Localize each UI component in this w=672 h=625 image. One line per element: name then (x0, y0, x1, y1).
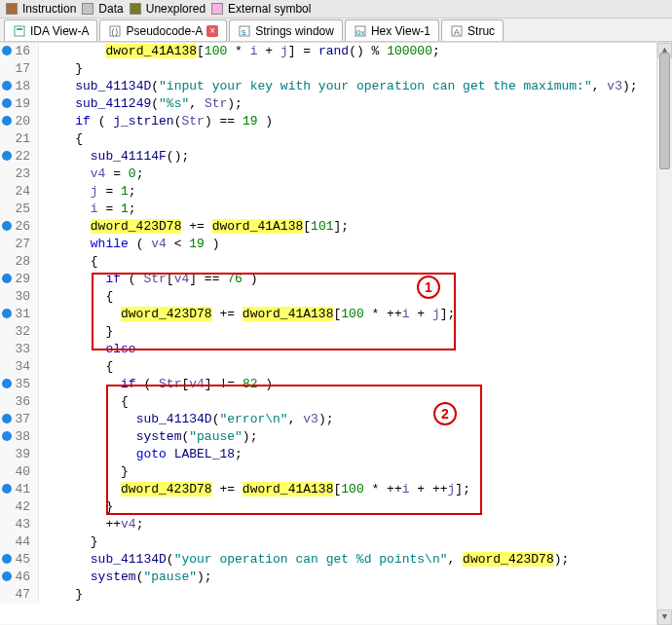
code-text[interactable]: ++v4; (39, 516, 672, 533)
code-text[interactable]: dword_423D78 += dword_41A138[101]; (39, 218, 672, 236)
code-text[interactable]: v4 = 0; (39, 165, 672, 183)
code-text[interactable]: dword_423D78 += dword_41A138[100 * ++i +… (39, 306, 672, 323)
code-line[interactable]: 42 } (0, 498, 672, 516)
code-text[interactable]: i = 1; (39, 201, 672, 218)
tab-strings-window[interactable]: sStrings window (229, 19, 343, 41)
code-line[interactable]: 28 { (0, 253, 672, 271)
breakpoint-icon[interactable] (2, 274, 12, 283)
line-number: 41 (0, 481, 39, 498)
legend-swatch (82, 3, 93, 15)
code-line[interactable]: 32 } (0, 323, 672, 341)
breakpoint-icon[interactable] (2, 484, 12, 494)
code-line[interactable]: 47 } (0, 586, 672, 604)
code-line[interactable]: 38 system("pause"); (0, 428, 672, 446)
legend-bar: InstructionDataUnexploredExternal symbol (0, 0, 672, 18)
breakpoint-icon[interactable] (2, 81, 12, 91)
code-text[interactable]: } (39, 498, 672, 516)
svg-text:s: s (242, 27, 246, 37)
code-text[interactable]: { (39, 393, 672, 411)
code-text[interactable]: sub_41134D("input your key with your ope… (39, 78, 672, 95)
code-line[interactable]: 27 while ( v4 < 19 ) (0, 236, 672, 253)
breakpoint-icon[interactable] (2, 98, 12, 108)
code-line[interactable]: 35 if ( Str[v4] != 82 ) (0, 376, 672, 393)
code-icon: ⟨⟩ (108, 24, 122, 38)
code-text[interactable]: } (39, 323, 672, 341)
code-text[interactable]: j = 1; (39, 183, 672, 201)
code-text[interactable]: if ( Str[v4] != 82 ) (39, 376, 672, 393)
line-number: 19 (0, 95, 39, 113)
breakpoint-icon[interactable] (2, 431, 12, 441)
code-line[interactable]: 24 j = 1; (0, 183, 672, 201)
code-line[interactable]: 17 } (0, 60, 672, 78)
breakpoint-icon[interactable] (2, 414, 12, 423)
vertical-scrollbar[interactable]: ▲ ▼ (656, 43, 672, 625)
tab-hex-view-1[interactable]: 0xHex View-1 (345, 19, 439, 41)
tab-pseudocode-a[interactable]: ⟨⟩Pseudocode-A× (99, 19, 227, 41)
breakpoint-icon[interactable] (2, 554, 12, 564)
breakpoint-icon[interactable] (2, 116, 12, 126)
code-text[interactable]: if ( Str[v4] == 76 ) (39, 271, 672, 288)
code-line[interactable]: 45 sub_41134D("your operation can get %d… (0, 551, 672, 569)
scroll-thumb[interactable] (659, 53, 670, 169)
code-line[interactable]: 29 if ( Str[v4] == 76 ) (0, 271, 672, 288)
code-text[interactable]: dword_41A138[100 * i + j] = rand() % 100… (39, 43, 672, 60)
code-line[interactable]: 30 { (0, 288, 672, 306)
code-text[interactable]: sub_41114F(); (39, 148, 672, 165)
code-text[interactable]: sub_411249("%s", Str); (39, 95, 672, 113)
code-text[interactable]: goto LABEL_18; (39, 446, 672, 463)
code-text[interactable]: while ( v4 < 19 ) (39, 236, 672, 253)
tab-struc[interactable]: AStruc (441, 19, 504, 41)
code-text[interactable]: } (39, 586, 672, 604)
code-text[interactable]: if ( j_strlen(Str) == 19 ) (39, 113, 672, 130)
code-text[interactable]: system("pause"); (39, 569, 672, 586)
code-text[interactable]: dword_423D78 += dword_41A138[100 * ++i +… (39, 481, 672, 498)
code-line[interactable]: 36 { (0, 393, 672, 411)
breakpoint-icon[interactable] (2, 571, 12, 581)
code-text[interactable]: sub_41134D("your operation can get %d po… (39, 551, 672, 569)
line-number: 35 (0, 376, 39, 393)
code-line[interactable]: 21 { (0, 130, 672, 148)
code-text[interactable]: system("pause"); (39, 428, 672, 446)
code-line[interactable]: 43 ++v4; (0, 516, 672, 533)
breakpoint-icon[interactable] (2, 309, 12, 318)
code-line[interactable]: 20 if ( j_strlen(Str) == 19 ) (0, 113, 672, 130)
code-line[interactable]: 18 sub_41134D("input your key with your … (0, 78, 672, 95)
code-text[interactable]: { (39, 358, 672, 376)
code-text[interactable]: sub_41134D("error\n", v3); (39, 411, 672, 428)
code-line[interactable]: 22 sub_41114F(); (0, 148, 672, 165)
code-line[interactable]: 40 } (0, 463, 672, 481)
code-line[interactable]: 39 goto LABEL_18; (0, 446, 672, 463)
legend-label: Instruction (22, 2, 76, 16)
code-line[interactable]: 19 sub_411249("%s", Str); (0, 95, 672, 113)
code-line[interactable]: 26 dword_423D78 += dword_41A138[101]; (0, 218, 672, 236)
ida-icon (13, 24, 26, 38)
code-text[interactable]: { (39, 130, 672, 148)
code-text[interactable]: { (39, 288, 672, 306)
scroll-down-button[interactable]: ▼ (657, 609, 672, 625)
code-line[interactable]: 46 system("pause"); (0, 569, 672, 586)
breakpoint-icon[interactable] (2, 46, 12, 55)
breakpoint-icon[interactable] (2, 221, 12, 231)
breakpoint-icon[interactable] (2, 379, 12, 388)
code-line[interactable]: 33 else (0, 341, 672, 358)
code-editor: 16 dword_41A138[100 * i + j] = rand() % … (0, 42, 672, 624)
breakpoint-icon[interactable] (2, 151, 12, 161)
code-line[interactable]: 41 dword_423D78 += dword_41A138[100 * ++… (0, 481, 672, 498)
code-text[interactable]: { (39, 253, 672, 271)
code-text[interactable]: } (39, 60, 672, 78)
line-number: 20 (0, 113, 39, 130)
code-line[interactable]: 25 i = 1; (0, 201, 672, 218)
code-line[interactable]: 44 } (0, 533, 672, 551)
code-line[interactable]: 16 dword_41A138[100 * i + j] = rand() % … (0, 43, 672, 60)
close-icon[interactable]: × (206, 25, 218, 37)
code-text[interactable]: } (39, 463, 672, 481)
hex-icon: 0x (354, 24, 367, 38)
code-line[interactable]: 34 { (0, 358, 672, 376)
line-number: 29 (0, 271, 39, 288)
code-line[interactable]: 31 dword_423D78 += dword_41A138[100 * ++… (0, 306, 672, 323)
code-text[interactable]: } (39, 533, 672, 551)
code-line[interactable]: 37 sub_41134D("error\n", v3); (0, 411, 672, 428)
code-text[interactable]: else (39, 341, 672, 358)
code-line[interactable]: 23 v4 = 0; (0, 165, 672, 183)
tab-ida-view-a[interactable]: IDA View-A (4, 19, 97, 41)
